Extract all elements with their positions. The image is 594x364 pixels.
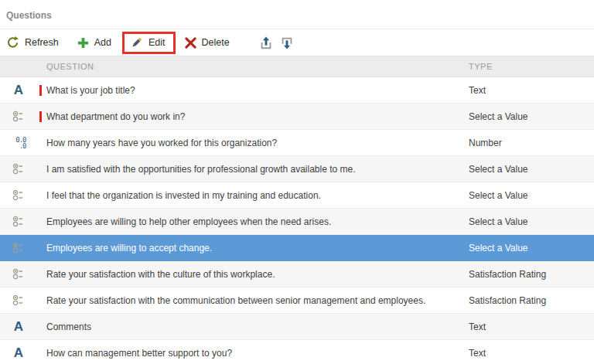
edit-label: Edit <box>148 37 166 48</box>
refresh-label: Refresh <box>25 37 59 48</box>
row-type: Select a Value <box>469 111 594 122</box>
row-question: How many years have you worked for this … <box>46 138 277 148</box>
add-label: Add <box>94 37 111 48</box>
row-type: Text <box>469 321 594 332</box>
table-row[interactable]: I feel that the organization is invested… <box>0 182 594 209</box>
select-type-icon <box>12 241 25 254</box>
row-type: Text <box>469 348 594 359</box>
row-icon-slot <box>0 189 37 202</box>
row-icon-slot: A <box>0 83 37 97</box>
row-type: Select a Value <box>469 164 594 175</box>
select-type-icon <box>12 189 25 202</box>
download-icon <box>280 36 294 50</box>
row-question: Rate your satisfaction with the culture … <box>46 269 275 280</box>
row-question-cell: Employees are willing to accept change. <box>37 243 469 253</box>
add-button[interactable]: Add <box>77 37 111 49</box>
refresh-button[interactable]: Refresh <box>6 36 59 49</box>
row-question-cell: I feel that the organization is invested… <box>37 190 469 201</box>
table-row[interactable]: Rate your satisfaction with the communic… <box>0 287 594 314</box>
table-body: A What is your job title? Text What depa… <box>0 77 594 364</box>
row-question-cell: What is your job title? <box>37 85 469 96</box>
questions-panel: Questions Refresh Add <box>0 0 594 364</box>
table-row[interactable]: I am satisfied with the opportunities fo… <box>0 156 594 182</box>
row-icon-slot <box>0 110 37 123</box>
row-question: What is your job title? <box>46 85 135 96</box>
row-question-cell: Comments <box>37 321 469 332</box>
row-icon-slot: A <box>0 346 37 359</box>
table-row[interactable]: A How can management better support to y… <box>0 340 594 364</box>
row-question: Comments <box>46 321 91 332</box>
row-type: Satisfaction Rating <box>469 269 594 280</box>
page-title: Questions <box>6 10 52 21</box>
table-row[interactable]: Employees are willing to help other empl… <box>0 209 594 235</box>
row-icon-slot <box>0 215 37 228</box>
row-question: What department do you work in? <box>46 111 185 122</box>
row-type: Select a Value <box>469 190 594 201</box>
select-type-icon <box>12 294 25 307</box>
text-type-icon: A <box>14 320 23 333</box>
row-question: Employees are willing to accept change. <box>46 243 212 253</box>
export-button[interactable] <box>259 36 273 50</box>
select-type-icon <box>12 267 25 281</box>
number-type-icon: 0.0 .0 <box>12 137 26 149</box>
table-row[interactable]: Employees are willing to accept change. … <box>0 235 594 261</box>
import-button[interactable] <box>280 36 294 50</box>
table-row[interactable]: What department do you work in? Select a… <box>0 104 594 130</box>
row-icon-slot: A <box>0 320 37 333</box>
row-question-cell: Employees are willing to help other empl… <box>37 216 469 227</box>
row-type: Number <box>469 138 594 148</box>
row-question: How can management better support to you… <box>46 348 232 359</box>
row-type: Text <box>469 85 594 96</box>
row-icon-slot <box>0 162 37 175</box>
table-row[interactable]: A What is your job title? Text <box>0 77 594 104</box>
edit-button[interactable]: Edit <box>130 36 166 49</box>
row-question-cell: How many years have you worked for this … <box>37 138 469 148</box>
row-icon-slot <box>0 267 37 281</box>
table-header: QUESTION TYPE <box>0 56 594 77</box>
column-header-type: TYPE <box>469 62 594 71</box>
row-question: Rate your satisfaction with the communic… <box>46 295 425 306</box>
table-row[interactable]: A Comments Text <box>0 314 594 340</box>
select-type-icon <box>12 215 25 228</box>
x-icon <box>185 37 196 49</box>
required-marker <box>39 111 42 122</box>
row-question: I am satisfied with the opportunities fo… <box>46 164 356 175</box>
select-type-icon <box>12 110 25 123</box>
row-icon-slot <box>0 294 37 307</box>
row-question: Employees are willing to help other empl… <box>46 216 331 227</box>
text-type-icon: A <box>14 83 23 97</box>
row-question-cell: What department do you work in? <box>37 111 469 122</box>
table-row[interactable]: Rate your satisfaction with the culture … <box>0 261 594 287</box>
table-row[interactable]: 0.0 .0 How many years have you worked fo… <box>0 130 594 156</box>
refresh-icon <box>6 36 19 49</box>
pencil-icon <box>130 36 143 49</box>
row-question-cell: How can management better support to you… <box>37 348 469 359</box>
delete-button[interactable]: Delete <box>185 37 230 49</box>
row-question-cell: I am satisfied with the opportunities fo… <box>37 164 469 175</box>
row-type: Satisfaction Rating <box>469 295 594 306</box>
row-question-cell: Rate your satisfaction with the culture … <box>37 269 469 280</box>
panel-header: Questions <box>0 0 594 29</box>
edit-button-highlight-box: Edit <box>122 32 176 54</box>
upload-icon <box>259 36 273 50</box>
column-header-question: QUESTION <box>37 62 469 71</box>
select-type-icon <box>12 162 25 175</box>
plus-icon <box>77 37 89 49</box>
row-question: I feel that the organization is invested… <box>46 190 321 201</box>
row-type: Select a Value <box>469 243 594 253</box>
text-type-icon: A <box>14 346 23 359</box>
toolbar: Refresh Add Edit <box>0 29 594 56</box>
row-icon-slot: 0.0 .0 <box>0 137 37 149</box>
required-marker <box>39 85 42 96</box>
row-icon-slot <box>0 241 37 254</box>
row-question-cell: Rate your satisfaction with the communic… <box>37 295 469 306</box>
row-type: Select a Value <box>469 216 594 227</box>
import-export-group <box>259 36 294 50</box>
delete-label: Delete <box>202 37 230 48</box>
